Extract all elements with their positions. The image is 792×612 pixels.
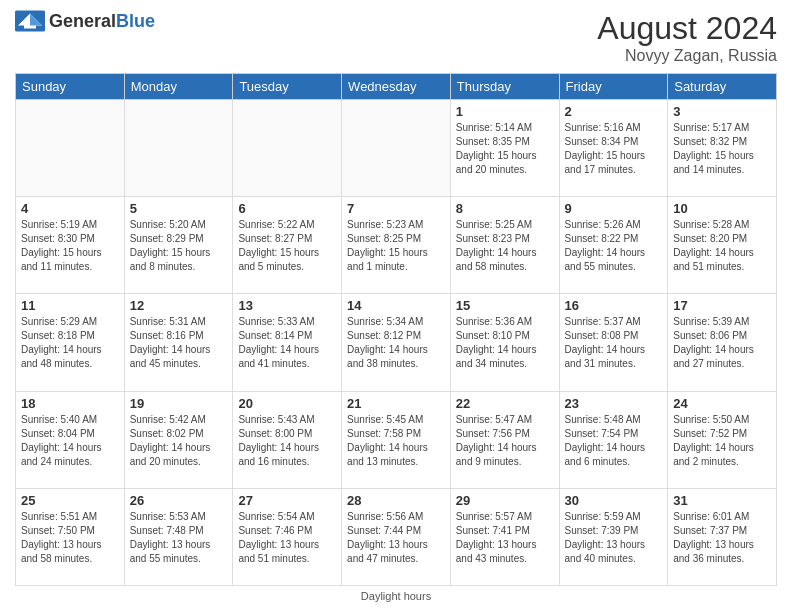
day-number: 17	[673, 298, 771, 313]
day-info: Sunrise: 5:14 AM Sunset: 8:35 PM Dayligh…	[456, 121, 554, 177]
header-friday: Friday	[559, 74, 668, 100]
day-number: 19	[130, 396, 228, 411]
calendar-cell: 16Sunrise: 5:37 AM Sunset: 8:08 PM Dayli…	[559, 294, 668, 391]
day-info: Sunrise: 5:17 AM Sunset: 8:32 PM Dayligh…	[673, 121, 771, 177]
day-number: 26	[130, 493, 228, 508]
day-info: Sunrise: 5:57 AM Sunset: 7:41 PM Dayligh…	[456, 510, 554, 566]
calendar-week-row: 1Sunrise: 5:14 AM Sunset: 8:35 PM Daylig…	[16, 100, 777, 197]
calendar-cell: 20Sunrise: 5:43 AM Sunset: 8:00 PM Dayli…	[233, 391, 342, 488]
calendar-cell: 19Sunrise: 5:42 AM Sunset: 8:02 PM Dayli…	[124, 391, 233, 488]
calendar-week-row: 4Sunrise: 5:19 AM Sunset: 8:30 PM Daylig…	[16, 197, 777, 294]
calendar-cell: 17Sunrise: 5:39 AM Sunset: 8:06 PM Dayli…	[668, 294, 777, 391]
title-section: August 2024 Novyy Zagan, Russia	[597, 10, 777, 65]
calendar-cell: 26Sunrise: 5:53 AM Sunset: 7:48 PM Dayli…	[124, 488, 233, 585]
day-number: 12	[130, 298, 228, 313]
day-number: 20	[238, 396, 336, 411]
calendar-cell	[342, 100, 451, 197]
day-info: Sunrise: 5:43 AM Sunset: 8:00 PM Dayligh…	[238, 413, 336, 469]
day-number: 2	[565, 104, 663, 119]
day-info: Sunrise: 5:51 AM Sunset: 7:50 PM Dayligh…	[21, 510, 119, 566]
day-number: 7	[347, 201, 445, 216]
logo-blue: Blue	[116, 11, 155, 31]
calendar-cell: 18Sunrise: 5:40 AM Sunset: 8:04 PM Dayli…	[16, 391, 125, 488]
day-number: 1	[456, 104, 554, 119]
day-number: 5	[130, 201, 228, 216]
weekday-header-row: Sunday Monday Tuesday Wednesday Thursday…	[16, 74, 777, 100]
calendar-cell: 6Sunrise: 5:22 AM Sunset: 8:27 PM Daylig…	[233, 197, 342, 294]
calendar-cell: 1Sunrise: 5:14 AM Sunset: 8:35 PM Daylig…	[450, 100, 559, 197]
header-saturday: Saturday	[668, 74, 777, 100]
location: Novyy Zagan, Russia	[597, 47, 777, 65]
day-info: Sunrise: 5:54 AM Sunset: 7:46 PM Dayligh…	[238, 510, 336, 566]
calendar-cell: 13Sunrise: 5:33 AM Sunset: 8:14 PM Dayli…	[233, 294, 342, 391]
calendar-cell: 29Sunrise: 5:57 AM Sunset: 7:41 PM Dayli…	[450, 488, 559, 585]
calendar-cell	[124, 100, 233, 197]
day-number: 16	[565, 298, 663, 313]
calendar-cell: 2Sunrise: 5:16 AM Sunset: 8:34 PM Daylig…	[559, 100, 668, 197]
day-info: Sunrise: 5:39 AM Sunset: 8:06 PM Dayligh…	[673, 315, 771, 371]
day-number: 13	[238, 298, 336, 313]
day-number: 9	[565, 201, 663, 216]
day-info: Sunrise: 5:42 AM Sunset: 8:02 PM Dayligh…	[130, 413, 228, 469]
logo-general: General	[49, 11, 116, 31]
calendar-cell: 22Sunrise: 5:47 AM Sunset: 7:56 PM Dayli…	[450, 391, 559, 488]
calendar-cell: 7Sunrise: 5:23 AM Sunset: 8:25 PM Daylig…	[342, 197, 451, 294]
calendar-cell: 27Sunrise: 5:54 AM Sunset: 7:46 PM Dayli…	[233, 488, 342, 585]
footer-note: Daylight hours	[15, 590, 777, 602]
calendar-cell: 15Sunrise: 5:36 AM Sunset: 8:10 PM Dayli…	[450, 294, 559, 391]
calendar-week-row: 11Sunrise: 5:29 AM Sunset: 8:18 PM Dayli…	[16, 294, 777, 391]
logo: GeneralBlue	[15, 10, 155, 32]
day-number: 30	[565, 493, 663, 508]
calendar-cell: 21Sunrise: 5:45 AM Sunset: 7:58 PM Dayli…	[342, 391, 451, 488]
calendar-cell: 24Sunrise: 5:50 AM Sunset: 7:52 PM Dayli…	[668, 391, 777, 488]
day-info: Sunrise: 5:45 AM Sunset: 7:58 PM Dayligh…	[347, 413, 445, 469]
day-number: 15	[456, 298, 554, 313]
header: GeneralBlue August 2024 Novyy Zagan, Rus…	[15, 10, 777, 65]
day-number: 3	[673, 104, 771, 119]
calendar-cell: 28Sunrise: 5:56 AM Sunset: 7:44 PM Dayli…	[342, 488, 451, 585]
day-number: 31	[673, 493, 771, 508]
day-info: Sunrise: 5:40 AM Sunset: 8:04 PM Dayligh…	[21, 413, 119, 469]
calendar-cell: 4Sunrise: 5:19 AM Sunset: 8:30 PM Daylig…	[16, 197, 125, 294]
day-number: 22	[456, 396, 554, 411]
calendar-cell: 14Sunrise: 5:34 AM Sunset: 8:12 PM Dayli…	[342, 294, 451, 391]
day-info: Sunrise: 5:25 AM Sunset: 8:23 PM Dayligh…	[456, 218, 554, 274]
day-number: 23	[565, 396, 663, 411]
day-number: 11	[21, 298, 119, 313]
calendar-cell: 5Sunrise: 5:20 AM Sunset: 8:29 PM Daylig…	[124, 197, 233, 294]
day-info: Sunrise: 5:22 AM Sunset: 8:27 PM Dayligh…	[238, 218, 336, 274]
day-number: 4	[21, 201, 119, 216]
day-info: Sunrise: 5:36 AM Sunset: 8:10 PM Dayligh…	[456, 315, 554, 371]
header-tuesday: Tuesday	[233, 74, 342, 100]
day-info: Sunrise: 5:53 AM Sunset: 7:48 PM Dayligh…	[130, 510, 228, 566]
month-year: August 2024	[597, 10, 777, 47]
day-number: 8	[456, 201, 554, 216]
header-wednesday: Wednesday	[342, 74, 451, 100]
day-info: Sunrise: 5:19 AM Sunset: 8:30 PM Dayligh…	[21, 218, 119, 274]
logo-text: GeneralBlue	[49, 11, 155, 32]
day-number: 24	[673, 396, 771, 411]
day-info: Sunrise: 5:20 AM Sunset: 8:29 PM Dayligh…	[130, 218, 228, 274]
header-monday: Monday	[124, 74, 233, 100]
day-info: Sunrise: 5:33 AM Sunset: 8:14 PM Dayligh…	[238, 315, 336, 371]
day-info: Sunrise: 5:37 AM Sunset: 8:08 PM Dayligh…	[565, 315, 663, 371]
header-thursday: Thursday	[450, 74, 559, 100]
day-info: Sunrise: 5:47 AM Sunset: 7:56 PM Dayligh…	[456, 413, 554, 469]
day-number: 21	[347, 396, 445, 411]
calendar-cell: 30Sunrise: 5:59 AM Sunset: 7:39 PM Dayli…	[559, 488, 668, 585]
day-number: 14	[347, 298, 445, 313]
day-info: Sunrise: 5:23 AM Sunset: 8:25 PM Dayligh…	[347, 218, 445, 274]
logo-icon	[15, 10, 45, 32]
day-info: Sunrise: 5:50 AM Sunset: 7:52 PM Dayligh…	[673, 413, 771, 469]
header-sunday: Sunday	[16, 74, 125, 100]
calendar-table: Sunday Monday Tuesday Wednesday Thursday…	[15, 73, 777, 586]
calendar-cell: 12Sunrise: 5:31 AM Sunset: 8:16 PM Dayli…	[124, 294, 233, 391]
day-number: 29	[456, 493, 554, 508]
calendar-cell: 11Sunrise: 5:29 AM Sunset: 8:18 PM Dayli…	[16, 294, 125, 391]
calendar-cell	[233, 100, 342, 197]
calendar-cell: 31Sunrise: 6:01 AM Sunset: 7:37 PM Dayli…	[668, 488, 777, 585]
day-info: Sunrise: 5:34 AM Sunset: 8:12 PM Dayligh…	[347, 315, 445, 371]
day-info: Sunrise: 6:01 AM Sunset: 7:37 PM Dayligh…	[673, 510, 771, 566]
day-info: Sunrise: 5:56 AM Sunset: 7:44 PM Dayligh…	[347, 510, 445, 566]
calendar-cell: 3Sunrise: 5:17 AM Sunset: 8:32 PM Daylig…	[668, 100, 777, 197]
